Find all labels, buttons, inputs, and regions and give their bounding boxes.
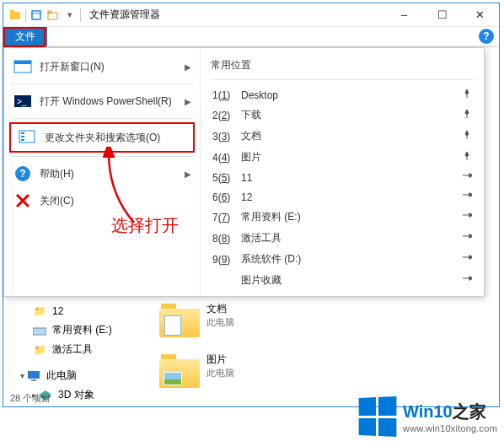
sidebar-label: 此电脑 bbox=[46, 368, 77, 383]
sidebar-label: 常用资料 (E:) bbox=[52, 323, 112, 337]
location-label: 下载 bbox=[241, 108, 462, 122]
submenu-arrow-icon: ▶ bbox=[185, 97, 191, 106]
close-button[interactable]: ✕ bbox=[461, 3, 499, 27]
status-bar: 28 个项目 bbox=[10, 392, 51, 405]
file-menu: 打开新窗口(N) ▶ >_ 打开 Windows PowerShell(R) ▶… bbox=[3, 47, 485, 297]
location-label: Desktop bbox=[241, 89, 462, 101]
content-area: 📁12 常用资料 (E:) 📁激活工具 ▾此电脑 ▸3D 对象 文档此电脑 图片… bbox=[3, 297, 501, 410]
location-number: 5(5) bbox=[212, 172, 241, 184]
sidebar-this-pc[interactable]: ▾此电脑 bbox=[20, 366, 134, 385]
location-number: 1(1) bbox=[212, 89, 241, 101]
frequent-place-item[interactable]: 1(1)Desktop bbox=[211, 85, 474, 105]
menu-powershell[interactable]: >_ 打开 Windows PowerShell(R) ▶ bbox=[4, 88, 200, 115]
new-window-icon bbox=[13, 58, 33, 75]
unpin-icon[interactable] bbox=[462, 253, 472, 266]
watermark-url: www.win10xitong.com bbox=[403, 423, 497, 433]
menu-separator bbox=[11, 118, 193, 119]
location-label: 图片收藏 bbox=[241, 273, 462, 288]
unpin-icon[interactable] bbox=[462, 191, 472, 203]
svg-rect-1 bbox=[10, 10, 14, 13]
folder-name: 文档 bbox=[206, 302, 234, 316]
frequent-place-item[interactable]: 6(6)12 bbox=[211, 187, 474, 207]
watermark-brand: Win10之家 bbox=[403, 401, 497, 423]
frequent-place-item[interactable]: 2(2)下载 bbox=[211, 105, 474, 126]
folder-name: 图片 bbox=[206, 352, 234, 367]
frequent-place-item[interactable]: 9(9)系统软件 (D:) bbox=[211, 249, 474, 270]
folder-icon: 📁 bbox=[32, 304, 47, 318]
separator bbox=[80, 8, 81, 22]
location-number: 4(4) bbox=[212, 152, 241, 164]
sidebar-item[interactable]: 📁12 bbox=[20, 302, 134, 320]
frequent-place-item[interactable]: 5(5)11 bbox=[211, 168, 474, 187]
frequent-place-item[interactable]: 4(4)图片 bbox=[211, 147, 474, 168]
unpin-icon[interactable] bbox=[462, 171, 472, 184]
frequent-place-item[interactable]: 7(7)常用资料 (E:) bbox=[211, 207, 474, 228]
help-menu-icon: ? bbox=[13, 165, 33, 182]
sidebar-label: 12 bbox=[52, 305, 63, 317]
help-icon[interactable]: ? bbox=[479, 29, 494, 44]
pin-icon[interactable] bbox=[462, 89, 472, 101]
qat-dropdown-icon[interactable]: ▾ bbox=[63, 8, 77, 22]
window-title: 文件资源管理器 bbox=[89, 8, 160, 22]
folder-sub: 此电脑 bbox=[206, 367, 234, 379]
menu-label: 关闭(C) bbox=[40, 194, 74, 208]
pin-icon[interactable] bbox=[462, 130, 472, 143]
windows-logo-icon bbox=[359, 396, 397, 437]
menu-label: 帮助(H) bbox=[40, 167, 74, 181]
qat-new-folder-icon[interactable] bbox=[46, 8, 60, 22]
file-menu-left: 打开新窗口(N) ▶ >_ 打开 Windows PowerShell(R) ▶… bbox=[4, 48, 201, 296]
svg-rect-11 bbox=[21, 132, 24, 134]
folder-item[interactable]: 图片此电脑 bbox=[159, 352, 234, 388]
menu-close[interactable]: 关闭(C) bbox=[4, 187, 200, 214]
folder-item[interactable]: 文档此电脑 bbox=[159, 302, 234, 337]
location-number: 8(8) bbox=[212, 233, 241, 245]
options-icon bbox=[18, 129, 38, 146]
location-label: 激活工具 bbox=[241, 231, 462, 245]
svg-rect-18 bbox=[31, 379, 36, 381]
location-label: 11 bbox=[241, 172, 462, 184]
location-number: 2(2) bbox=[212, 110, 241, 121]
sidebar-item[interactable]: 📁激活工具 bbox=[20, 340, 134, 359]
sidebar-item[interactable]: 常用资料 (E:) bbox=[20, 320, 134, 340]
pc-icon bbox=[26, 369, 41, 383]
drive-icon bbox=[32, 324, 47, 337]
submenu-arrow-icon: ▶ bbox=[185, 62, 191, 72]
pin-icon[interactable] bbox=[462, 109, 472, 121]
frequent-place-item[interactable]: 3(3)文档 bbox=[211, 126, 474, 147]
unpin-icon[interactable] bbox=[462, 232, 472, 245]
location-label: 图片 bbox=[241, 150, 462, 164]
powershell-icon: >_ bbox=[13, 93, 33, 110]
location-label: 常用资料 (E:) bbox=[241, 210, 462, 224]
maximize-button[interactable]: ☐ bbox=[423, 3, 461, 27]
frequent-place-item[interactable]: 图片收藏 bbox=[211, 270, 474, 291]
menu-separator bbox=[11, 83, 193, 84]
app-icon bbox=[8, 8, 22, 22]
location-label: 系统软件 (D:) bbox=[241, 252, 462, 266]
menu-label: 打开 Windows PowerShell(R) bbox=[40, 94, 172, 109]
minimize-button[interactable]: – bbox=[385, 3, 423, 27]
separator bbox=[25, 8, 26, 22]
svg-rect-7 bbox=[14, 61, 31, 64]
svg-rect-0 bbox=[10, 12, 20, 19]
location-number: 9(9) bbox=[212, 254, 241, 266]
ribbon-tabs: 文件 bbox=[3, 27, 499, 47]
svg-text:>_: >_ bbox=[17, 97, 27, 106]
menu-label: 打开新窗口(N) bbox=[40, 60, 105, 74]
unpin-icon[interactable] bbox=[462, 274, 472, 287]
pin-icon[interactable] bbox=[462, 151, 472, 164]
menu-new-window[interactable]: 打开新窗口(N) ▶ bbox=[4, 53, 200, 80]
location-number: 3(3) bbox=[212, 131, 241, 143]
documents-folder-icon bbox=[159, 302, 200, 337]
file-tab[interactable]: 文件 bbox=[3, 27, 47, 46]
menu-folder-options[interactable]: 更改文件夹和搜索选项(O) bbox=[9, 122, 195, 153]
svg-rect-12 bbox=[21, 136, 24, 137]
menu-separator bbox=[11, 156, 193, 157]
frequent-place-item[interactable]: 8(8)激活工具 bbox=[211, 228, 474, 249]
unpin-icon[interactable] bbox=[462, 211, 472, 223]
sidebar-label: 3D 对象 bbox=[58, 388, 94, 402]
qat-properties-icon[interactable] bbox=[29, 8, 43, 22]
svg-rect-2 bbox=[32, 11, 40, 19]
menu-help[interactable]: ? 帮助(H) ▶ bbox=[4, 160, 200, 187]
menu-label: 更改文件夹和搜索选项(O) bbox=[45, 131, 160, 145]
submenu-arrow-icon: ▶ bbox=[185, 169, 191, 179]
